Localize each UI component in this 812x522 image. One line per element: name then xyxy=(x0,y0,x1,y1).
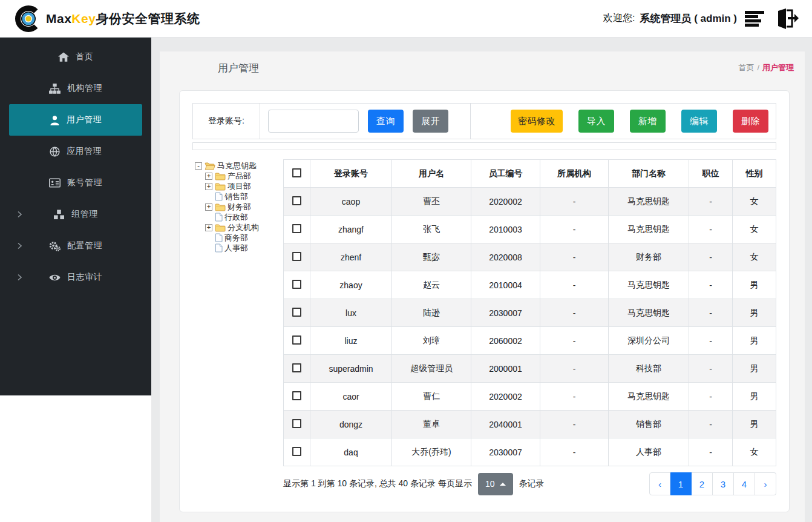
table-row[interactable]: caor曹仁2020002-马克思钥匙-男 xyxy=(284,383,776,411)
tree-node-产品部[interactable]: +产品部 xyxy=(192,171,283,181)
cell: 马克思钥匙 xyxy=(609,271,689,299)
tree-node-分支机构[interactable]: +分支机构 xyxy=(192,222,283,233)
row-checkbox[interactable] xyxy=(292,224,301,233)
file-icon xyxy=(215,233,223,242)
table-row[interactable]: superadmin超级管理员2000001-科技部-男 xyxy=(284,355,776,383)
sidebar-item-机构管理[interactable]: 机构管理 xyxy=(0,73,151,104)
add-button[interactable]: 新增 xyxy=(630,110,666,133)
tree-node-label: 马克思钥匙 xyxy=(217,160,257,171)
select-all-checkbox[interactable] xyxy=(292,168,301,177)
row-checkbox[interactable] xyxy=(292,391,301,400)
table-row[interactable]: daq大乔(乔玮)2030007-人事部-女 xyxy=(284,438,776,466)
pagination-page-1[interactable]: 1 xyxy=(670,472,692,495)
brand-logo[interactable]: MaxKey身份安全管理系统 xyxy=(13,4,200,34)
tree-node-项目部[interactable]: +项目部 xyxy=(192,181,283,191)
tree-node-人事部[interactable]: 人事部 xyxy=(192,243,283,253)
row-checkbox[interactable] xyxy=(292,280,301,289)
row-checkbox[interactable] xyxy=(292,447,301,456)
tree-node-label: 财务部 xyxy=(228,202,251,213)
folder-icon xyxy=(215,182,226,191)
user-management-card: 登录账号: 查询 展开 密码修改 导入 新增 编辑 删除 xyxy=(179,90,790,512)
org-tree: -马克思钥匙+产品部+项目部销售部+财务部行政部+分支机构商务部人事部 xyxy=(192,159,283,495)
row-select-cell xyxy=(284,355,310,383)
row-select-cell xyxy=(284,327,310,355)
tree-node-label: 行政部 xyxy=(224,212,248,223)
page-title: 用户管理 xyxy=(218,61,259,75)
cell: 赵云 xyxy=(392,271,471,299)
globe-icon xyxy=(50,147,60,157)
row-checkbox[interactable] xyxy=(292,196,301,205)
pagination-page-2[interactable]: 2 xyxy=(692,472,713,495)
edit-button[interactable]: 编辑 xyxy=(681,110,717,133)
cell: 2020008 xyxy=(471,243,540,271)
column-header-部门名称: 部门名称 xyxy=(609,160,689,188)
cell: - xyxy=(689,383,733,411)
expand-node-icon[interactable]: + xyxy=(205,203,212,211)
collapse-node-icon[interactable]: - xyxy=(195,162,202,170)
breadcrumb-home-link[interactable]: 首页 xyxy=(738,63,754,72)
sidebar-item-组管理[interactable]: 组管理 xyxy=(0,199,151,230)
table-row[interactable]: zhaoy赵云2010004-马克思钥匙-男 xyxy=(284,271,776,299)
table-row[interactable]: zhangf张飞2010003-马克思钥匙-女 xyxy=(284,216,776,243)
expand-button[interactable]: 展开 xyxy=(413,110,448,133)
table-row[interactable]: caop曹丕2020002-马克思钥匙-女 xyxy=(284,188,776,216)
expand-node-icon[interactable]: + xyxy=(205,183,212,190)
row-checkbox[interactable] xyxy=(292,308,301,317)
tree-node-财务部[interactable]: +财务部 xyxy=(192,202,283,212)
menu-icon[interactable] xyxy=(744,9,766,28)
row-checkbox[interactable] xyxy=(292,335,301,345)
pagination-next[interactable]: › xyxy=(755,472,776,495)
cell: - xyxy=(540,299,609,327)
sidebar-nav: 首页机构管理用户管理应用管理账号管理组管理配置管理日志审计 xyxy=(0,38,151,395)
expand-node-icon[interactable]: + xyxy=(205,224,212,231)
tree-node-行政部[interactable]: 行政部 xyxy=(192,212,283,222)
cell: 男 xyxy=(733,383,776,411)
cell: - xyxy=(540,411,609,438)
cell: 董卓 xyxy=(392,411,471,438)
welcome-label: 欢迎您: xyxy=(603,12,635,25)
row-checkbox[interactable] xyxy=(292,252,301,261)
page-size-dropdown[interactable]: 10 xyxy=(478,473,513,495)
sidebar-item-配置管理[interactable]: 配置管理 xyxy=(0,230,151,262)
change-password-button[interactable]: 密码修改 xyxy=(511,110,563,133)
tree-node-马克思钥匙[interactable]: -马克思钥匙 xyxy=(192,160,283,171)
import-button[interactable]: 导入 xyxy=(578,110,614,133)
cell: 马克思钥匙 xyxy=(609,216,689,243)
sidebar-item-首页[interactable]: 首页 xyxy=(0,41,151,73)
sidebar-item-用户管理[interactable]: 用户管理 xyxy=(9,104,142,136)
row-checkbox[interactable] xyxy=(292,363,301,372)
logout-icon[interactable] xyxy=(773,8,799,30)
pagination-page-4[interactable]: 4 xyxy=(734,472,755,495)
cell: 男 xyxy=(733,271,776,299)
sidebar-item-账号管理[interactable]: 账号管理 xyxy=(0,167,151,199)
cell: 2010003 xyxy=(471,216,540,243)
column-header-登录账号: 登录账号 xyxy=(310,160,392,188)
user-table-wrap: 登录账号用户名员工编号所属机构部门名称职位性别 caop曹丕2020002-马克… xyxy=(283,159,776,495)
cell: - xyxy=(540,243,609,271)
row-checkbox[interactable] xyxy=(292,419,301,428)
column-header-职位: 职位 xyxy=(689,160,733,188)
page-size-value: 10 xyxy=(485,479,495,489)
sidebar-item-应用管理[interactable]: 应用管理 xyxy=(0,136,151,167)
table-row[interactable]: zhenf甄宓2020008-财务部-女 xyxy=(284,243,776,271)
table-row[interactable]: lux陆逊2030007-马克思钥匙-男 xyxy=(284,299,776,327)
breadcrumb: 首页/用户管理 xyxy=(738,62,794,73)
query-button[interactable]: 查询 xyxy=(368,110,404,133)
table-row[interactable]: liuz刘璋2060002-深圳分公司-男 xyxy=(284,327,776,355)
table-row[interactable]: dongz董卓2040001-销售部-男 xyxy=(284,411,776,438)
tree-node-商务部[interactable]: 商务部 xyxy=(192,233,283,243)
pagination-prev[interactable]: ‹ xyxy=(649,472,670,495)
login-account-input[interactable] xyxy=(268,110,359,133)
cell: 2000001 xyxy=(471,355,540,383)
sidebar-item-日志审计[interactable]: 日志审计 xyxy=(0,262,151,293)
expand-node-icon[interactable]: + xyxy=(205,173,212,180)
cell: - xyxy=(689,438,733,466)
cell: 超级管理员 xyxy=(392,355,471,383)
sidebar-item-label: 配置管理 xyxy=(67,240,102,251)
tree-node-销售部[interactable]: 销售部 xyxy=(192,191,283,202)
delete-button[interactable]: 删除 xyxy=(733,110,768,133)
pagination-page-3[interactable]: 3 xyxy=(713,472,734,495)
cell: 科技部 xyxy=(609,355,689,383)
advanced-search-collapsed xyxy=(192,142,776,150)
cell: 2030007 xyxy=(471,438,540,466)
